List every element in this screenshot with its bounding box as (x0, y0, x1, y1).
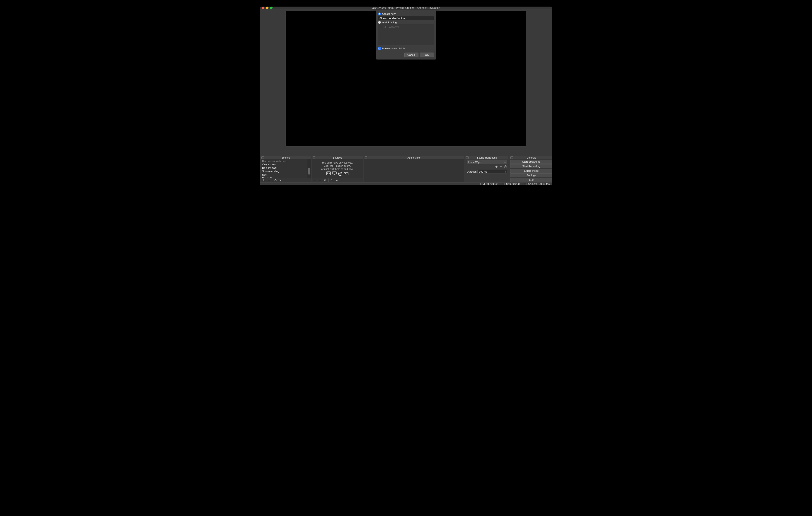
window-controls (262, 6, 272, 9)
globe-icon (338, 172, 343, 175)
svg-rect-6 (345, 172, 346, 172)
duration-label: Duration (467, 170, 476, 173)
sources-list[interactable]: You don't have any sources. Click the + … (312, 159, 363, 178)
close-window-button[interactable] (262, 6, 264, 9)
scenes-scrollbar[interactable] (308, 159, 311, 178)
remove-scene-button[interactable] (267, 179, 270, 182)
preview-area: Create new Add Existing RODE Podcaster M… (260, 9, 552, 154)
exit-button[interactable]: Exit (510, 178, 552, 182)
mixer-title: Audio Mixer (407, 156, 420, 159)
create-new-radio[interactable] (378, 12, 381, 15)
ok-button[interactable]: OK (420, 53, 434, 57)
scene-item[interactable]: Stream ending (261, 170, 311, 173)
mixer-body (364, 159, 464, 182)
zoom-window-button[interactable] (270, 6, 272, 9)
scene-item[interactable]: Only screen (261, 163, 311, 166)
create-new-label: Create new (382, 12, 396, 15)
existing-source-item: RODE Podcaster (380, 26, 432, 28)
create-new-radio-row[interactable]: Create new (378, 12, 434, 15)
svg-rect-0 (326, 172, 330, 175)
image-icon (326, 172, 331, 175)
status-bar: LIVE: 00:00:00 REC: 00:00:00 CPU: 3.4%, … (260, 182, 552, 185)
scene-item[interactable]: NDI (261, 173, 311, 176)
sources-detach-icon[interactable] (313, 156, 315, 159)
svg-rect-4 (344, 172, 348, 175)
spinner-arrows-icon[interactable]: ▲▼ (504, 170, 506, 174)
cancel-button[interactable]: Cancel (404, 53, 418, 57)
scenes-list[interactable]: Big Screen With Face Only screen Be righ… (261, 159, 311, 178)
controls-detach-icon[interactable] (511, 156, 513, 159)
source-down-button[interactable] (335, 179, 339, 182)
scene-item[interactable]: Scene 2 (261, 176, 311, 178)
source-name-input[interactable] (378, 16, 434, 20)
scenes-dock: Scenes Big Screen With Face Only screen … (261, 156, 311, 182)
mixer-detach-icon[interactable] (365, 156, 367, 159)
camera-icon (344, 172, 348, 175)
svg-point-5 (346, 173, 347, 175)
remove-transition-button[interactable] (499, 165, 502, 168)
scene-up-button[interactable] (274, 179, 277, 182)
transitions-dock: Scene Transitions Luma Wipe ▲▼ Duration (465, 156, 509, 182)
scene-down-button[interactable] (279, 179, 282, 182)
docks-row: Scenes Big Screen With Face Only screen … (260, 154, 552, 182)
remove-source-button[interactable] (318, 179, 321, 182)
transitions-title: Scene Transitions (477, 156, 497, 159)
select-arrows-icon: ▲▼ (504, 160, 506, 164)
transitions-detach-icon[interactable] (466, 156, 468, 159)
app-window: OBS 24.0.6 (mac) - Profile: Untitled - S… (260, 6, 552, 185)
transition-properties-button[interactable] (504, 165, 507, 168)
scenes-toolbar (261, 178, 311, 182)
controls-dock: Controls Start Streaming Start Recording… (510, 156, 552, 182)
source-properties-button[interactable] (323, 179, 326, 182)
svg-point-7 (324, 180, 325, 181)
svg-point-8 (505, 166, 506, 167)
make-visible-label: Make source visible (382, 47, 405, 50)
sources-title: Sources (333, 156, 342, 159)
scene-item[interactable]: Big Screen With Face (261, 159, 311, 163)
transition-select[interactable]: Luma Wipe ▲▼ (467, 160, 507, 164)
controls-title: Controls (527, 156, 536, 159)
source-up-button[interactable] (330, 179, 334, 182)
make-visible-checkbox[interactable] (378, 47, 381, 50)
settings-button[interactable]: Settings (510, 173, 552, 177)
add-existing-radio[interactable] (378, 21, 381, 24)
scenes-detach-icon[interactable] (261, 156, 264, 159)
studio-mode-button[interactable]: Studio Mode (510, 169, 552, 173)
existing-sources-list: RODE Podcaster (378, 25, 434, 45)
sources-empty-hint: You don't have any sources. Click the + … (312, 159, 363, 177)
add-existing-radio-row[interactable]: Add Existing (378, 21, 434, 24)
start-streaming-button[interactable]: Start Streaming (510, 160, 552, 164)
status-cpu: CPU: 3.4%, 30.00 fps (524, 183, 550, 185)
duration-input[interactable]: 300 ms ▲▼ (477, 170, 507, 174)
start-recording-button[interactable]: Start Recording (510, 164, 552, 168)
sources-toolbar (312, 178, 363, 182)
sources-dock: Sources You don't have any sources. Clic… (312, 156, 363, 182)
scenes-title: Scenes (282, 156, 290, 159)
add-source-button[interactable] (313, 179, 317, 182)
display-icon (332, 172, 337, 175)
transition-selected: Luma Wipe (468, 161, 481, 163)
create-source-dialog: Create new Add Existing RODE Podcaster M… (376, 9, 436, 60)
window-title: OBS 24.0.6 (mac) - Profile: Untitled - S… (260, 6, 552, 9)
add-existing-label: Add Existing (382, 21, 397, 24)
titlebar: OBS 24.0.6 (mac) - Profile: Untitled - S… (260, 6, 552, 9)
add-scene-button[interactable] (262, 179, 265, 182)
svg-rect-2 (332, 172, 337, 174)
add-transition-button[interactable] (495, 165, 498, 168)
scene-item[interactable]: Be right back (261, 166, 311, 170)
minimize-window-button[interactable] (266, 6, 268, 9)
status-live: LIVE: 00:00:00 (480, 183, 497, 185)
audio-mixer-dock: Audio Mixer (364, 156, 464, 182)
status-rec: REC: 00:00:00 (502, 183, 520, 185)
duration-value: 300 ms (479, 170, 487, 173)
